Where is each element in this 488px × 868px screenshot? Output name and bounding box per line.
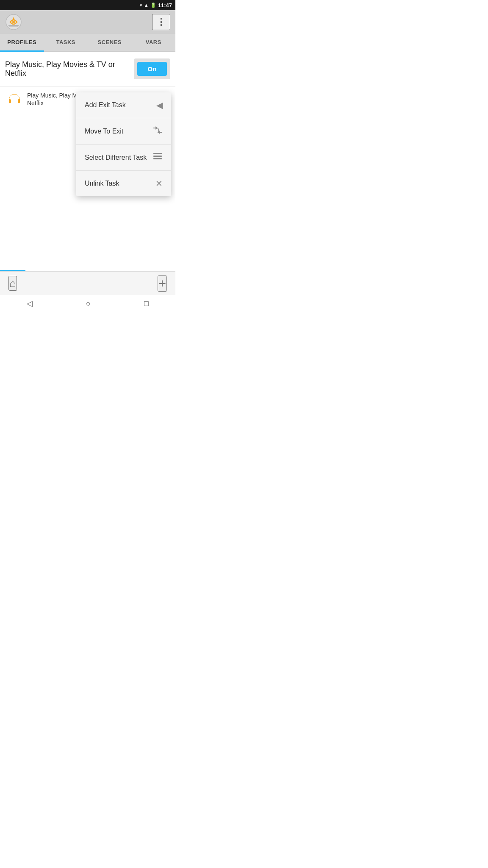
context-menu: Add Exit Task ◀ Move To Exit Select Diff… (76, 92, 171, 196)
svg-rect-3 (18, 100, 20, 103)
unlink-task-label: Unlink Task (85, 180, 119, 187)
tab-profiles[interactable]: PROFILES (0, 34, 44, 52)
select-different-task-label: Select Different Task (85, 154, 147, 161)
menu-item-unlink-task[interactable]: Unlink Task ✕ (76, 171, 171, 196)
svg-rect-2 (9, 100, 11, 103)
select-different-task-icon (152, 152, 163, 163)
android-nav-bar: ◁ ○ □ (0, 295, 175, 312)
home-button[interactable]: ⌂ (8, 276, 17, 291)
svg-rect-5 (153, 156, 162, 157)
svg-rect-4 (153, 153, 162, 154)
app-logo (5, 14, 22, 31)
svg-point-1 (12, 21, 15, 23)
wifi-icon: ▾ (140, 3, 142, 8)
battery-icon: 🔋 (150, 3, 156, 8)
status-icons: ▾ ▲ 🔋 11:47 (140, 2, 172, 8)
tab-bar: PROFILES TASKS SCENES VARS (0, 34, 175, 52)
status-bar: ▾ ▲ 🔋 11:47 (0, 0, 175, 10)
tab-scenes[interactable]: SCENES (88, 34, 132, 51)
move-to-exit-icon (152, 126, 163, 136)
signal-icon: ▲ (144, 3, 149, 8)
unlink-task-icon: ✕ (155, 178, 163, 189)
overflow-menu-button[interactable]: ⋮ (152, 14, 170, 30)
toggle-button[interactable]: On (137, 62, 167, 76)
headphone-icon (7, 92, 22, 107)
menu-item-move-to-exit[interactable]: Move To Exit (76, 118, 171, 145)
home-nav-icon[interactable]: ○ (86, 299, 91, 308)
add-button[interactable]: + (158, 275, 167, 292)
profile-section: Play Music, Play Movies & TV or Netflix … (0, 52, 175, 86)
menu-item-select-different-task[interactable]: Select Different Task (76, 145, 171, 171)
bottom-bar: ⌂ + (0, 271, 175, 295)
status-time: 11:47 (158, 2, 172, 8)
toggle-track: On (134, 58, 170, 79)
tab-vars[interactable]: VARS (132, 34, 176, 51)
back-nav-icon[interactable]: ◁ (27, 299, 33, 308)
move-to-exit-label: Move To Exit (85, 128, 123, 135)
menu-item-add-exit-task[interactable]: Add Exit Task ◀ (76, 92, 171, 118)
top-bar: ⋮ (0, 10, 175, 34)
add-exit-task-icon: ◀ (156, 100, 163, 110)
tab-tasks[interactable]: TASKS (44, 34, 88, 51)
profile-title: Play Music, Play Movies & TV or Netflix (5, 60, 134, 78)
recent-nav-icon[interactable]: □ (144, 299, 149, 308)
add-exit-task-label: Add Exit Task (85, 101, 126, 109)
svg-rect-6 (153, 158, 162, 159)
